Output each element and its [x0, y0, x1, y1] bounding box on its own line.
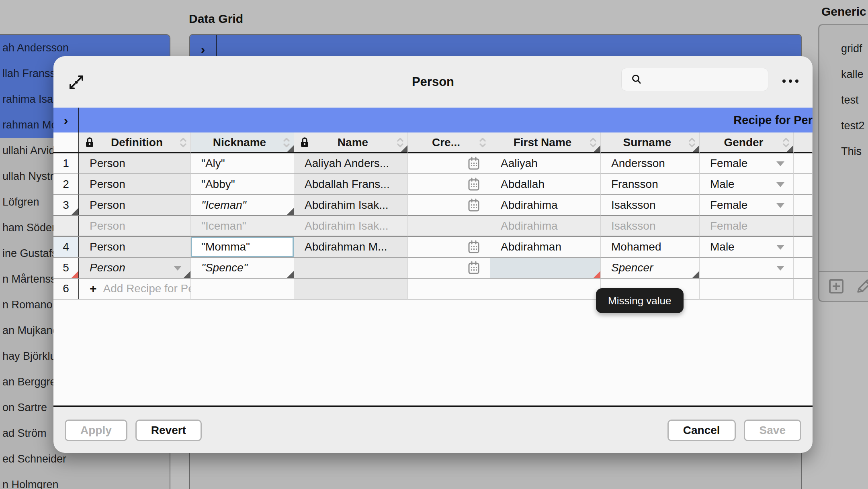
cell-nickname[interactable]: "Aly" [191, 153, 294, 174]
resize-handle[interactable] [692, 145, 699, 152]
row-number[interactable]: 6 [53, 279, 79, 300]
cell-nickname[interactable]: "Abby" [191, 174, 294, 195]
apply-button[interactable]: Apply [65, 420, 127, 441]
resize-handle[interactable] [401, 145, 407, 152]
cell-name[interactable] [294, 258, 408, 279]
list-item[interactable]: test2 [819, 113, 868, 139]
chevron-right-icon[interactable]: › [53, 108, 79, 132]
row-number[interactable]: 3 [53, 195, 79, 216]
list-item[interactable]: test [819, 87, 868, 113]
column-header-gender[interactable]: Gender [700, 132, 794, 153]
add-row-placeholder[interactable]: Add Recipe for Per [103, 282, 191, 295]
add-row-plus-icon[interactable]: + [90, 282, 97, 295]
column-header-created[interactable]: Cre... [408, 132, 490, 153]
row-number[interactable]: 5 [53, 258, 79, 279]
cell-gender[interactable]: Female [700, 153, 794, 174]
column-header-nickname[interactable]: Nickname [191, 132, 294, 153]
cell-first_name[interactable] [490, 258, 601, 279]
cell-surname[interactable]: Andersson [601, 153, 700, 174]
list-item[interactable]: gridf [819, 36, 868, 61]
cell-extra[interactable] [794, 279, 813, 300]
row-number[interactable]: 1 [53, 153, 79, 174]
resize-handle[interactable] [287, 145, 294, 152]
recipe-banner[interactable]: › Recipe for Per [53, 108, 813, 132]
cell-definition[interactable]: Person [79, 237, 191, 258]
calendar-icon[interactable] [467, 156, 480, 171]
column-header-name[interactable]: Name [294, 132, 408, 153]
cell-name[interactable]: Aaliyah Anders... [294, 153, 408, 174]
cell-first_name[interactable]: Abdallah [490, 174, 601, 195]
cell-extra[interactable] [794, 258, 813, 279]
cell-created[interactable] [408, 258, 490, 279]
cell-name[interactable]: Abdirahman M... [294, 237, 408, 258]
list-item[interactable]: n Holmgren [0, 472, 170, 489]
more-menu-button[interactable] [778, 75, 803, 87]
cell-extra[interactable] [794, 153, 813, 174]
column-header-definition[interactable]: Definition [79, 132, 191, 153]
cell-nickname[interactable] [191, 279, 294, 300]
search-input[interactable] [621, 68, 768, 91]
cell-created[interactable] [408, 195, 490, 216]
expand-icon[interactable] [68, 73, 86, 91]
cell-created[interactable] [408, 153, 490, 174]
dropdown-arrow-icon[interactable] [776, 266, 784, 271]
dropdown-arrow-icon[interactable] [776, 245, 784, 250]
cell-extra[interactable] [794, 174, 813, 195]
cell-surname[interactable]: Fransson [601, 174, 700, 195]
cell-name[interactable]: Abdirahim Isak... [294, 195, 408, 216]
cell-definition[interactable]: Person [79, 195, 191, 216]
cell-definition[interactable]: Person [79, 174, 191, 195]
row-number[interactable]: 4 [53, 237, 79, 258]
resize-handle[interactable] [786, 145, 793, 152]
sort-icon[interactable] [479, 136, 487, 149]
dropdown-arrow-icon[interactable] [776, 182, 784, 187]
cell-extra[interactable] [794, 237, 813, 258]
cell-name[interactable] [294, 279, 408, 300]
dropdown-arrow-icon[interactable] [776, 203, 784, 208]
calendar-icon[interactable] [467, 177, 480, 192]
cell-gender[interactable]: Female [700, 195, 794, 216]
cell-surname[interactable]: Isaksson [601, 195, 700, 216]
cell-nickname[interactable]: "Spence" [191, 258, 294, 279]
cell-extra[interactable] [794, 195, 813, 216]
cell-name: Abdirahim Isak... [294, 216, 408, 237]
list-item[interactable]: This [819, 139, 868, 164]
column-header-surname[interactable]: Surname [601, 132, 700, 153]
cell-first_name[interactable]: Aaliyah [490, 153, 601, 174]
revert-button[interactable]: Revert [135, 420, 202, 441]
generic-panel-title: Generic U [821, 5, 868, 18]
resize-handle[interactable] [594, 145, 600, 152]
cell-definition[interactable]: +Add Recipe for Per [79, 279, 191, 300]
cell-first_name[interactable]: Abdirahman [490, 237, 601, 258]
list-item[interactable]: kalle [819, 61, 868, 87]
row-number[interactable]: 2 [53, 174, 79, 195]
cell-surname[interactable]: Spencer [601, 258, 700, 279]
add-icon[interactable] [828, 278, 844, 294]
cell-surname[interactable]: Mohamed [601, 237, 700, 258]
cell-nickname[interactable]: "Iceman" [191, 195, 294, 216]
cell-nickname[interactable]: "Momma" [191, 237, 294, 258]
cell-gender[interactable]: Male [700, 174, 794, 195]
cell-first_name[interactable] [490, 279, 601, 300]
cell-created[interactable] [408, 279, 490, 300]
save-button[interactable]: Save [744, 420, 801, 441]
cell-definition[interactable]: Person [79, 153, 191, 174]
dropdown-arrow-icon[interactable] [174, 266, 182, 271]
cell-definition[interactable]: Person [79, 258, 191, 279]
row-number[interactable] [53, 216, 79, 237]
cell-created[interactable] [408, 174, 490, 195]
cell-gender[interactable] [700, 279, 794, 300]
calendar-icon[interactable] [467, 261, 480, 275]
cell-gender[interactable] [700, 258, 794, 279]
edit-pencil-icon[interactable] [856, 278, 868, 294]
cell-created[interactable] [408, 237, 490, 258]
cell-gender[interactable]: Male [700, 237, 794, 258]
cell-name[interactable]: Abdallah Frans... [294, 174, 408, 195]
cancel-button[interactable]: Cancel [667, 420, 736, 441]
calendar-icon[interactable] [467, 240, 480, 254]
cell-first_name[interactable]: Abdirahima [490, 195, 601, 216]
sort-icon[interactable] [179, 136, 187, 149]
column-header-first_name[interactable]: First Name [490, 132, 601, 153]
calendar-icon[interactable] [467, 198, 480, 212]
dropdown-arrow-icon[interactable] [776, 161, 784, 166]
